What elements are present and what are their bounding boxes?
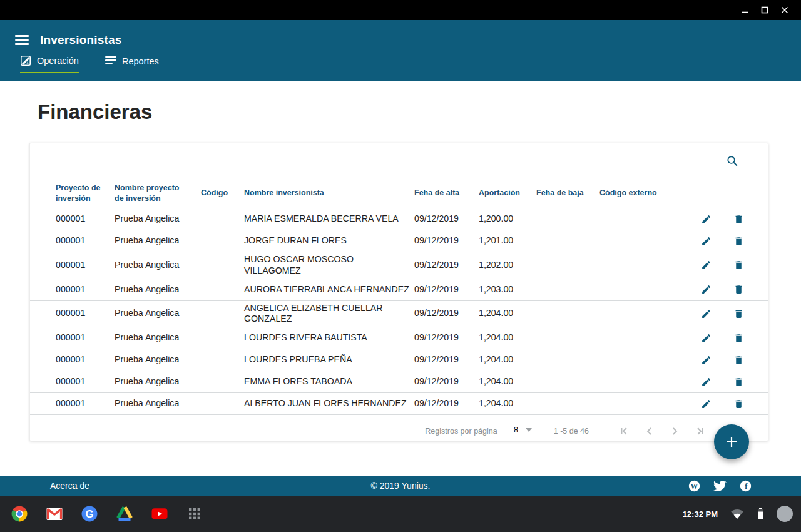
cell-aportacion: 1,202.00 — [479, 258, 536, 273]
delete-button[interactable] — [732, 234, 745, 248]
delete-button[interactable] — [732, 375, 745, 389]
delete-button[interactable] — [732, 397, 745, 411]
trash-icon — [733, 355, 744, 366]
cell-proyecto: 000001 — [56, 396, 115, 411]
apps-grid-button[interactable] — [185, 504, 205, 524]
tab-label: Operación — [37, 56, 79, 66]
status-tray[interactable]: 12:32 PM — [683, 506, 801, 522]
edit-button[interactable] — [699, 307, 713, 320]
chart-add-icon — [20, 55, 31, 66]
first-page-button[interactable] — [618, 424, 631, 438]
col-fecha-baja: Feha de baja — [536, 188, 599, 198]
pagination-nav — [618, 424, 707, 438]
trash-icon — [733, 399, 744, 409]
edit-button[interactable] — [699, 234, 713, 248]
edit-button[interactable] — [699, 331, 713, 345]
cell-aportacion: 1,204.00 — [479, 396, 536, 411]
gmail-app-button[interactable] — [44, 504, 64, 524]
cell-codigo — [201, 288, 244, 292]
prev-page-button[interactable] — [643, 424, 656, 438]
close-icon — [781, 6, 788, 14]
page-size-select[interactable]: 8 — [509, 425, 538, 437]
maximize-button[interactable] — [755, 3, 775, 18]
add-record-fab[interactable] — [714, 424, 749, 459]
drive-icon — [115, 504, 134, 523]
drive-app-button[interactable] — [115, 504, 135, 524]
cell-fecha-baja — [536, 380, 599, 384]
cell-proyecto: 000001 — [56, 282, 115, 297]
cell-aportacion: 1,201.00 — [479, 233, 536, 248]
next-page-button[interactable] — [668, 424, 681, 438]
edit-button[interactable] — [699, 258, 713, 272]
minimize-button[interactable] — [735, 3, 755, 18]
cell-nombre-inversionista: MARIA ESMERALDA BECERRA VELA — [244, 212, 414, 227]
edit-button[interactable] — [699, 283, 713, 297]
battery-icon — [757, 507, 764, 521]
delete-button[interactable] — [732, 258, 745, 272]
twitter-link[interactable] — [713, 479, 727, 493]
delete-button[interactable] — [732, 212, 745, 226]
first-page-icon — [618, 425, 631, 437]
search-icon — [726, 155, 739, 168]
cell-fecha-baja — [536, 358, 599, 362]
wordpress-icon: W — [688, 479, 701, 493]
cell-nombre-inversionista: EMMA FLORES TABOADA — [244, 374, 414, 389]
cell-codigo-externo — [599, 239, 668, 243]
cell-nombre-proyecto: Prueba Angelica — [115, 282, 201, 297]
chrome-app-button[interactable] — [9, 504, 29, 524]
clock: 12:32 PM — [683, 509, 718, 519]
minimize-icon — [741, 6, 748, 14]
cell-codigo-externo — [599, 263, 668, 267]
social-links: W f — [687, 479, 752, 493]
cell-fecha-alta: 09/12/2019 — [414, 352, 479, 367]
cell-codigo-externo — [599, 402, 668, 406]
cell-fecha-alta: 09/12/2019 — [414, 282, 479, 297]
google-app-button[interactable]: G — [79, 504, 99, 524]
cell-nombre-inversionista: ALBERTO JUAN FLORES HERNANDEZ — [244, 396, 414, 411]
pencil-icon — [701, 333, 712, 344]
app-footer: Acerca de © 2019 Yunius. W f — [0, 476, 801, 496]
cell-codigo — [201, 336, 244, 340]
cell-codigo — [201, 217, 244, 221]
cell-codigo-externo — [599, 380, 668, 384]
shelf-apps: G — [0, 504, 205, 524]
facebook-icon: f — [739, 479, 752, 493]
hamburger-menu-button[interactable] — [15, 35, 29, 45]
search-button[interactable] — [725, 154, 739, 168]
tab-operacion[interactable]: Operación — [20, 55, 79, 73]
trash-icon — [733, 214, 744, 225]
cell-nombre-proyecto: Prueba Angelica — [115, 352, 201, 367]
edit-button[interactable] — [699, 375, 713, 389]
financieras-table-card: Proyecto de inversión Nombre proyecto de… — [29, 143, 768, 441]
wordpress-link[interactable]: W — [687, 479, 701, 493]
row-actions — [668, 373, 768, 391]
close-button[interactable] — [775, 3, 795, 18]
cell-aportacion: 1,203.00 — [479, 282, 536, 297]
youtube-app-button[interactable] — [150, 504, 170, 524]
table-row: 000001 Prueba Angelica ANGELICA ELIZABET… — [30, 301, 768, 328]
window-titlebar — [0, 0, 801, 20]
last-page-button[interactable] — [693, 424, 707, 438]
cell-proyecto: 000001 — [56, 233, 115, 248]
cell-nombre-inversionista: AURORA TIERRABLANCA HERNANDEZ — [244, 282, 414, 297]
edit-button[interactable] — [699, 397, 713, 411]
about-link[interactable]: Acerca de — [50, 481, 89, 491]
delete-button[interactable] — [732, 307, 745, 320]
trash-icon — [733, 377, 744, 387]
col-nombre-inversionista: Nombre inversionista — [244, 188, 414, 198]
google-icon: G — [80, 504, 99, 523]
app-header: Inversionistas Operación Reportes — [0, 20, 801, 81]
cell-nombre-proyecto: Prueba Angelica — [115, 258, 201, 273]
cell-fecha-baja — [536, 263, 599, 267]
edit-button[interactable] — [699, 353, 713, 367]
user-avatar[interactable] — [777, 506, 793, 522]
tab-reportes[interactable]: Reportes — [105, 56, 159, 73]
table-row: 000001 Prueba Angelica AURORA TIERRABLAN… — [30, 279, 768, 301]
delete-button[interactable] — [732, 331, 745, 345]
youtube-icon — [150, 504, 169, 523]
delete-button[interactable] — [732, 283, 745, 297]
edit-button[interactable] — [699, 212, 713, 226]
delete-button[interactable] — [732, 353, 745, 367]
cell-fecha-baja — [536, 288, 599, 292]
facebook-link[interactable]: f — [738, 479, 752, 493]
